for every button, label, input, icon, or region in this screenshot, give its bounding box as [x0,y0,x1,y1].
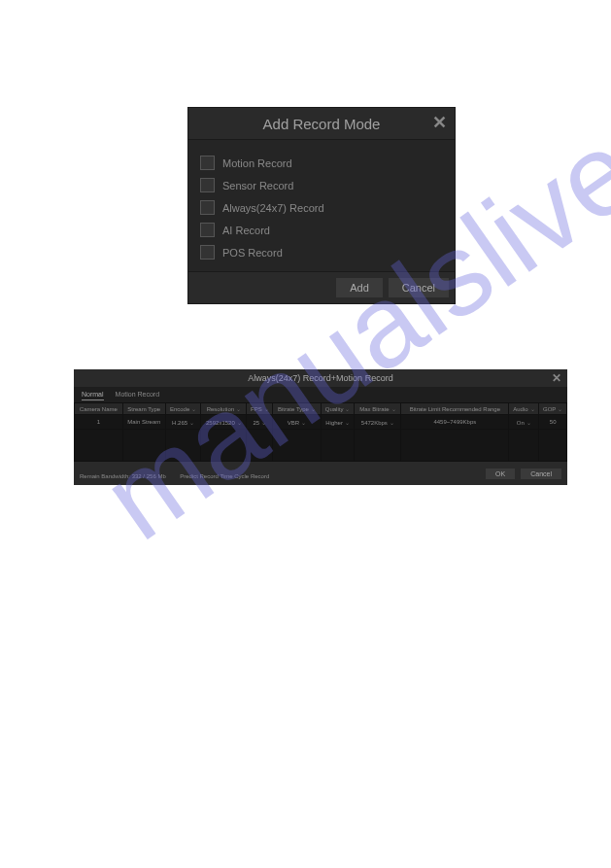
cell-camera-name: 1 [75,415,123,430]
dialog-header: Add Record Mode ✕ [188,108,455,140]
chevron-down-icon: ⌄ [345,406,350,412]
col-bitrate-limit: Bitrate Limit Recommended Range [401,403,509,415]
chevron-down-icon: ⌄ [261,420,266,426]
option-ai-record: AI Record [200,219,443,241]
chevron-down-icon: ⌄ [391,406,396,412]
tab-motion-record[interactable]: Motion Record [116,389,160,400]
dialog2-header: Always(24x7) Record+Motion Record ✕ [74,369,567,387]
tabs-bar: Normal Motion Record [74,387,567,402]
checkbox-always-record[interactable] [200,200,215,215]
dialog-body: Motion Record Sensor Record Always(24x7)… [188,140,455,271]
col-fps[interactable]: FPS⌄ [247,403,273,415]
dialog-title: Add Record Mode [263,116,381,132]
col-audio[interactable]: Audio⌄ [509,403,539,415]
chevron-down-icon: ⌄ [264,406,269,412]
col-max-bitrate[interactable]: Max Bitrate⌄ [355,403,401,415]
checkbox-ai-record[interactable] [200,223,215,237]
cell-audio[interactable]: On⌄ [509,415,539,430]
footer-buttons: OK Cancel [486,469,561,479]
close-icon[interactable]: ✕ [552,371,561,385]
config-table: Camera Name Stream Type Encode⌄ Resoluti… [74,402,567,462]
chevron-down-icon: ⌄ [189,420,194,426]
checkbox-sensor-record[interactable] [200,178,215,192]
label-pos-record: POS Record [222,247,283,259]
label-ai-record: AI Record [222,225,270,236]
col-quality[interactable]: Quality⌄ [321,403,355,415]
table-row-empty [75,430,567,462]
col-resolution[interactable]: Resolution⌄ [201,403,247,415]
col-camera-name: Camera Name [75,403,123,415]
option-motion-record: Motion Record [200,152,443,174]
close-icon[interactable]: ✕ [432,112,447,133]
cell-stream-type[interactable]: Main Stream [122,415,165,430]
chevron-down-icon: ⌄ [237,420,242,426]
dialog2-footer: Remain Bandwidth: 332 / 256 Mb Predict R… [74,462,567,485]
predict-link[interactable]: Predict Record Time Cycle Record [180,473,269,479]
cell-gop[interactable]: 50 [539,415,567,430]
chevron-down-icon: ⌄ [301,420,306,426]
footer-info: Remain Bandwidth: 332 / 256 Mb Predict R… [80,465,269,482]
record-config-dialog: Always(24x7) Record+Motion Record ✕ Norm… [74,369,567,485]
col-gop[interactable]: GOP⌄ [539,403,567,415]
cell-bitrate-type[interactable]: VBR⌄ [273,415,322,430]
bandwidth-text: Remain Bandwidth: 332 / 256 Mb [80,473,166,479]
table-header-row: Camera Name Stream Type Encode⌄ Resoluti… [75,403,567,415]
label-motion-record: Motion Record [222,157,292,169]
table-row[interactable]: 1 Main Stream H.265⌄ 2592x1520⌄ 25⌄ VBR⌄… [75,415,567,430]
cell-resolution[interactable]: 2592x1520⌄ [201,415,247,430]
chevron-down-icon: ⌄ [558,406,562,412]
cell-bitrate-limit: 4459~7499Kbps [401,415,509,430]
add-button[interactable]: Add [336,278,383,297]
option-pos-record: POS Record [200,241,443,263]
chevron-down-icon: ⌄ [345,420,350,426]
cell-quality[interactable]: Higher⌄ [321,415,355,430]
cell-encode[interactable]: H.265⌄ [165,415,201,430]
checkbox-motion-record[interactable] [200,156,215,170]
cancel-button[interactable]: Cancel [521,469,561,479]
chevron-down-icon: ⌄ [311,406,316,412]
add-record-mode-dialog: Add Record Mode ✕ Motion Record Sensor R… [187,107,456,304]
col-encode[interactable]: Encode⌄ [165,403,201,415]
ok-button[interactable]: OK [486,469,515,479]
col-stream-type[interactable]: Stream Type [122,403,165,415]
chevron-down-icon: ⌄ [390,420,394,426]
label-always-record: Always(24x7) Record [222,202,324,214]
cancel-button[interactable]: Cancel [389,278,449,297]
chevron-down-icon: ⌄ [526,420,531,426]
option-sensor-record: Sensor Record [200,174,443,196]
tab-normal[interactable]: Normal [82,389,104,400]
checkbox-pos-record[interactable] [200,245,215,260]
dialog2-title: Always(24x7) Record+Motion Record [248,373,392,383]
cell-max-bitrate[interactable]: 5472Kbps⌄ [355,415,401,430]
chevron-down-icon: ⌄ [236,406,241,412]
cell-fps[interactable]: 25⌄ [247,415,273,430]
col-bitrate-type[interactable]: Bitrate Type⌄ [273,403,322,415]
label-sensor-record: Sensor Record [222,180,293,191]
chevron-down-icon: ⌄ [191,406,196,412]
chevron-down-icon: ⌄ [530,406,535,412]
option-always-record: Always(24x7) Record [200,196,443,219]
dialog-footer: Add Cancel [188,271,455,303]
